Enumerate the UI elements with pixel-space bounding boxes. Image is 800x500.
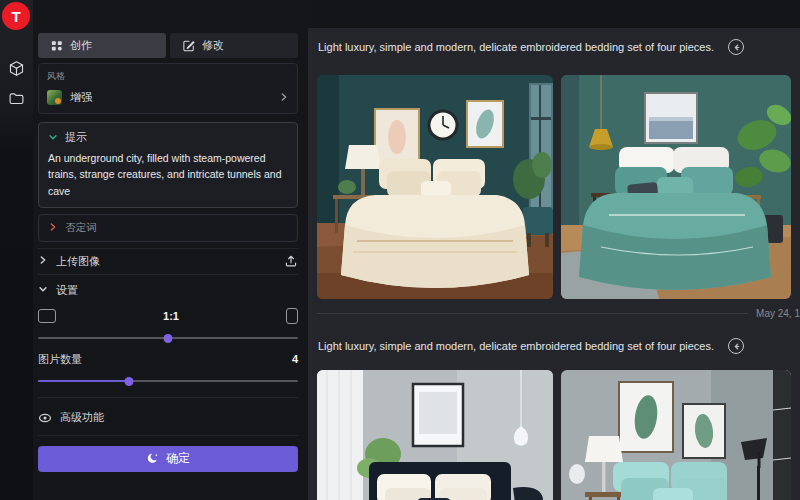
image-count-slider[interactable] (38, 377, 298, 385)
eye-icon (38, 411, 52, 425)
aspect-ratio-value: 1:1 (56, 310, 286, 322)
settings-header[interactable]: 设置 (38, 277, 298, 304)
upload-tray-icon[interactable] (284, 254, 298, 268)
style-label: 风格 (47, 70, 289, 83)
confirm-button[interactable]: 确定 (38, 446, 298, 472)
tab-edit-label: 修改 (202, 38, 224, 53)
chevron-right-icon (48, 222, 58, 234)
negative-section[interactable]: 否定词 (38, 214, 298, 242)
generated-image-cream-bedding[interactable] (317, 75, 553, 299)
confirm-label: 确定 (166, 450, 190, 467)
aspect-ratio-row: 1:1 (38, 308, 298, 324)
result-prompt-row: Light luxury, simple and modern, delicat… (308, 28, 800, 66)
settings-label: 设置 (56, 283, 78, 298)
reuse-prompt-button[interactable] (728, 39, 744, 55)
tab-create[interactable]: 创作 (38, 33, 166, 58)
image-count-label: 图片数量 (38, 352, 82, 367)
prompt-section[interactable]: 提示 An underground city, filled with stea… (38, 122, 298, 208)
style-thumbnail (47, 90, 62, 105)
advanced-label: 高级功能 (60, 410, 104, 425)
date-label: May 24, 1 (756, 308, 800, 319)
icon-rail: T (0, 0, 33, 500)
upload-label: 上传图像 (56, 254, 100, 269)
generated-image-aqua-bedding[interactable] (561, 370, 791, 500)
assets-cube-button[interactable] (0, 53, 33, 83)
tab-edit[interactable]: 修改 (170, 33, 298, 58)
result-prompt-row: Light luxury, simple and modern, delicat… (308, 327, 800, 365)
divider-line (317, 313, 748, 314)
image-count-row: 图片数量 4 (38, 352, 298, 367)
portrait-frame-icon[interactable] (286, 308, 298, 324)
results-row-1 (308, 75, 800, 299)
generated-image-white-bedding[interactable] (317, 370, 553, 500)
result-prompt-text: Light luxury, simple and modern, delicat… (318, 41, 714, 53)
grid-icon (51, 40, 63, 52)
chevron-right-icon (38, 255, 48, 267)
reuse-prompt-button[interactable] (728, 338, 744, 354)
user-avatar[interactable]: T (2, 2, 30, 30)
negative-header: 否定词 (65, 221, 97, 235)
upload-image-row[interactable]: 上传图像 (38, 248, 298, 275)
chevron-down-icon (48, 132, 58, 144)
aspect-ratio-slider[interactable] (38, 334, 298, 342)
chevron-right-icon (279, 88, 289, 106)
date-divider: May 24, 1 (308, 299, 800, 327)
count-slider-handle[interactable] (125, 377, 134, 386)
files-folder-button[interactable] (0, 83, 33, 113)
folder-icon (8, 90, 25, 107)
style-value: 增强 (70, 90, 271, 105)
style-section[interactable]: 风格 增强 (38, 63, 298, 114)
result-prompt-text: Light luxury, simple and modern, delicat… (318, 340, 714, 352)
circled-left-arrow-icon (732, 43, 741, 52)
prompt-textarea[interactable]: An underground city, filled with steam-p… (48, 150, 288, 199)
advanced-features-row[interactable]: 高级功能 (38, 397, 298, 429)
tab-create-label: 创作 (70, 38, 92, 53)
aspect-slider-handle[interactable] (164, 334, 173, 343)
image-count-value: 4 (292, 353, 298, 365)
results-pane: Light luxury, simple and modern, delicat… (308, 28, 800, 500)
generated-image-teal-bedding[interactable] (561, 75, 791, 299)
pencil-square-icon (183, 40, 195, 52)
cube-icon (8, 60, 25, 77)
generation-panel: 创作 修改 风格 增强 提示 An underground city, fill… (33, 0, 308, 500)
chevron-down-icon (38, 284, 48, 296)
mode-tabs: 创作 修改 (38, 33, 298, 58)
circled-left-arrow-icon (732, 342, 741, 351)
panel-footer: 确定 (38, 435, 298, 472)
results-row-2 (308, 370, 800, 500)
avatar-letter: T (11, 8, 20, 25)
landscape-frame-icon[interactable] (38, 309, 56, 323)
crescent-moon-icon (146, 452, 159, 465)
prompt-header: 提示 (65, 130, 87, 145)
